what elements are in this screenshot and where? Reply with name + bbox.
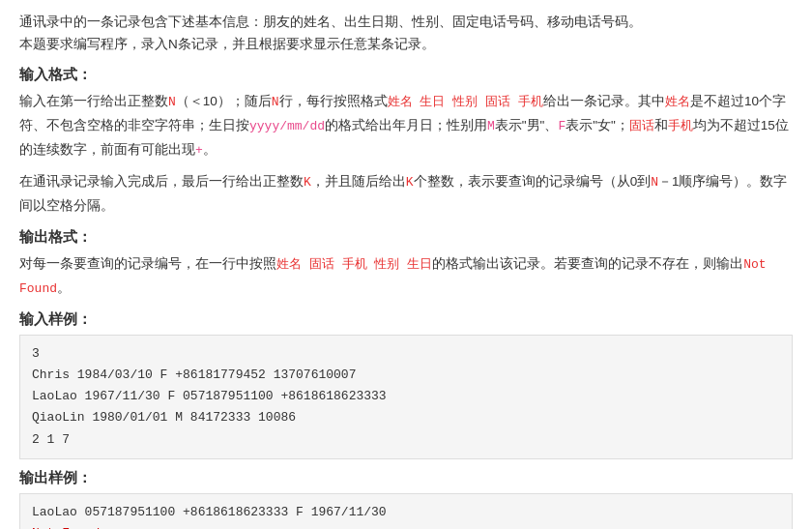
input-format-title: 输入格式： — [19, 66, 793, 84]
intro-line1: 通讯录中的一条记录包含下述基本信息：朋友的姓名、出生日期、性别、固定电话号码、移… — [19, 15, 642, 29]
input-format-detail1: 输入在第一行给出正整数N（＜10）；随后N行，每行按照格式姓名 生日 性别 固话… — [19, 90, 793, 162]
input-example-code: 3 Chris 1984/03/10 F +86181779452 137076… — [19, 335, 793, 458]
page-container: 通讯录中的一条记录包含下述基本信息：朋友的姓名、出生日期、性别、固定电话号码、移… — [0, 0, 812, 529]
output-example-title: 输出样例： — [19, 469, 793, 487]
output-example-code: LaoLao 057187951100 +8618618623333 F 196… — [19, 493, 793, 529]
input-format-detail2: 在通讯录记录输入完成后，最后一行给出正整数K，并且随后给出K个整数，表示要查询的… — [19, 170, 793, 219]
output-format-detail: 对每一条要查询的记录编号，在一行中按照姓名 固话 手机 性别 生日的格式输出该记… — [19, 252, 793, 301]
intro-section: 通讯录中的一条记录包含下述基本信息：朋友的姓名、出生日期、性别、固定电话号码、移… — [19, 12, 793, 56]
intro-line2: 本题要求编写程序，录入N条记录，并且根据要求显示任意某条记录。 — [19, 37, 435, 51]
output-format-title: 输出格式： — [19, 228, 793, 247]
output-normal-line: LaoLao 057187951100 +8618618623333 F 196… — [32, 505, 387, 519]
input-example-title: 输入样例： — [19, 310, 793, 329]
